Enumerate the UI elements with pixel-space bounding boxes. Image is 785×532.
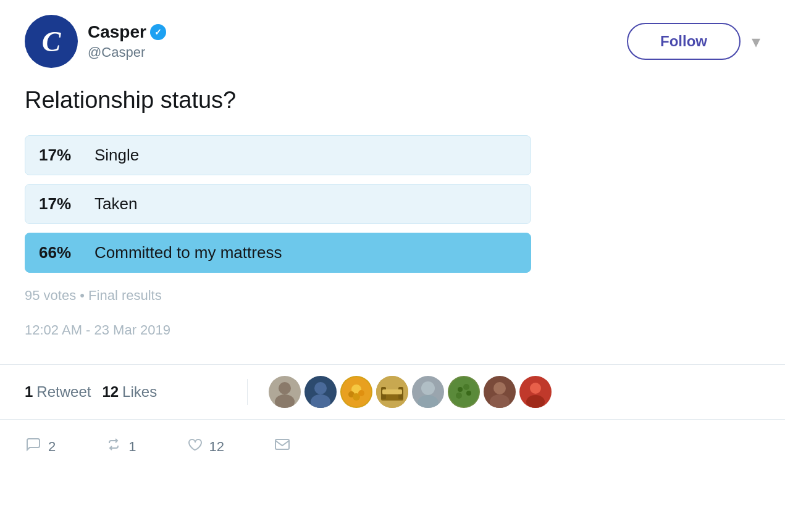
svg-point-18: [466, 391, 471, 396]
svg-point-19: [456, 393, 462, 399]
liker-avatar-7[interactable]: [484, 376, 516, 408]
dm-button[interactable]: [274, 431, 291, 462]
poll-label-taken: Taken: [94, 194, 137, 214]
retweet-count: 1: [25, 383, 33, 401]
liker-avatar-5[interactable]: [412, 376, 444, 408]
display-name[interactable]: Casper: [88, 22, 146, 42]
poll: 17% Single 17% Taken 66% Committed to my…: [25, 135, 531, 273]
tweet-timestamp[interactable]: 12:02 AM - 23 Mar 2019: [25, 322, 760, 338]
screen-name[interactable]: @Casper: [88, 44, 166, 60]
svg-point-13: [421, 381, 435, 395]
actions-row: 2 1 12: [25, 420, 760, 473]
retweet-action-count: 1: [128, 439, 136, 455]
svg-rect-25: [275, 439, 289, 449]
poll-label-mattress: Committed to my mattress: [94, 243, 282, 262]
likers-row: [260, 376, 552, 408]
svg-point-20: [493, 382, 506, 394]
poll-pct-taken: 17%: [39, 194, 83, 214]
liker-avatar-6[interactable]: [448, 376, 480, 408]
tweet-header: C Casper ✓ @Casper Follow ▾: [25, 15, 760, 68]
follow-button[interactable]: Follow: [627, 23, 741, 60]
likes-label: Likes: [122, 383, 157, 401]
tweet-card: C Casper ✓ @Casper Follow ▾ Relationship…: [0, 0, 785, 473]
poll-meta: 95 votes • Final results: [25, 288, 760, 304]
svg-point-3: [311, 394, 330, 408]
reply-icon: [25, 436, 42, 457]
svg-point-2: [314, 382, 327, 394]
svg-point-21: [490, 394, 510, 408]
liker-avatar-4[interactable]: [376, 376, 408, 408]
svg-point-23: [530, 383, 541, 394]
svg-point-8: [358, 390, 364, 396]
like-action-count: 12: [209, 439, 224, 455]
verified-badge: ✓: [150, 24, 166, 40]
svg-point-16: [458, 387, 463, 392]
likes-stat[interactable]: 12 Likes: [102, 383, 157, 401]
poll-pct-single: 17%: [39, 146, 83, 165]
verified-check-icon: ✓: [154, 27, 162, 37]
liker-avatar-8[interactable]: [519, 376, 552, 408]
likes-count: 12: [102, 383, 119, 401]
poll-option-single[interactable]: 17% Single: [25, 135, 531, 175]
tweet-text: Relationship status?: [25, 85, 760, 115]
retweet-label: Retweet: [36, 383, 91, 401]
like-icon: [186, 436, 203, 457]
retweet-button[interactable]: 1: [105, 431, 136, 462]
header-right: Follow ▾: [627, 23, 760, 60]
reply-count: 2: [48, 439, 56, 455]
tweet-body: Relationship status? 17% Single 17% Take…: [25, 85, 760, 364]
display-name-row: Casper ✓: [88, 22, 166, 42]
svg-point-17: [463, 384, 469, 390]
svg-rect-12: [382, 389, 402, 394]
engagement-row: 1 Retweet 12 Likes: [0, 365, 785, 420]
retweet-stat[interactable]: 1 Retweet: [25, 383, 91, 401]
avatar-letter: C: [42, 25, 61, 58]
reply-button[interactable]: 2: [25, 431, 56, 462]
svg-point-15: [449, 377, 479, 407]
like-button[interactable]: 12: [186, 431, 224, 462]
svg-point-0: [279, 382, 291, 394]
liker-avatar-2[interactable]: [304, 376, 337, 408]
user-info: Casper ✓ @Casper: [88, 22, 166, 60]
engagement-stats: 1 Retweet 12 Likes: [25, 383, 235, 401]
liker-avatar-3[interactable]: [340, 376, 372, 408]
stat-separator: [247, 379, 248, 405]
chevron-down-icon[interactable]: ▾: [752, 31, 760, 52]
poll-pct-mattress: 66%: [39, 243, 83, 262]
svg-point-1: [275, 394, 295, 408]
poll-option-mattress[interactable]: 66% Committed to my mattress: [25, 233, 531, 273]
user-info-group: C Casper ✓ @Casper: [25, 15, 166, 68]
liker-avatar-1[interactable]: [269, 376, 301, 408]
poll-option-taken[interactable]: 17% Taken: [25, 184, 531, 224]
svg-point-24: [526, 395, 545, 408]
dm-icon: [274, 436, 291, 457]
svg-point-14: [418, 395, 439, 408]
retweet-icon: [105, 436, 122, 457]
poll-label-single: Single: [94, 146, 139, 165]
avatar[interactable]: C: [25, 15, 78, 68]
